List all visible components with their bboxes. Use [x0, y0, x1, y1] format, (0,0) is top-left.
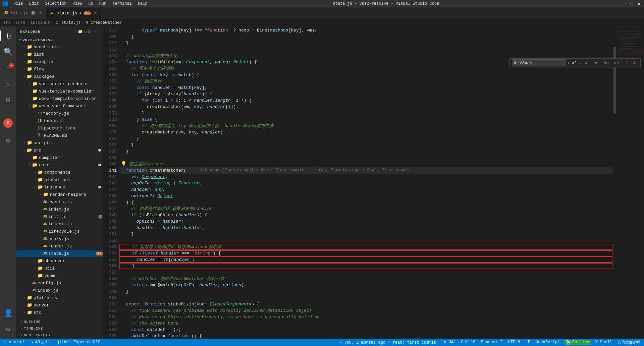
- encoding-indicator[interactable]: UTF-8: [507, 340, 522, 345]
- sidebar-item-flow[interactable]: › 📁 flow: [16, 65, 103, 73]
- menu-view[interactable]: View: [70, 1, 85, 7]
- activity-files[interactable]: ⎗: [0, 28, 16, 44]
- go-live-button[interactable]: 📡 Go Live: [564, 340, 591, 345]
- tab-init-js[interactable]: JS init.js 9 ×: [0, 7, 46, 19]
- sidebar-item-vue-server-renderer[interactable]: › 📁 vue-server-renderer: [16, 80, 103, 88]
- language-indicator[interactable]: JavaScript: [534, 340, 561, 345]
- close-button[interactable]: ✕: [637, 1, 641, 6]
- sidebar-item-global-api[interactable]: › 📁 global-api: [16, 176, 103, 183]
- sidebar-item-weex-template-compiler[interactable]: › 📁 weex-template-compiler: [16, 95, 103, 102]
- activity-accounts[interactable]: 👤: [0, 305, 16, 321]
- sidebar-item-util[interactable]: › 📁 util: [16, 265, 103, 272]
- timeline-panel[interactable]: › TIMELINE: [16, 325, 103, 332]
- menu-help[interactable]: Help: [135, 1, 150, 7]
- breadcrumb-symbol[interactable]: ⊕ createWatcher: [86, 20, 122, 25]
- spaces-indicator[interactable]: Spaces: 2: [480, 340, 504, 345]
- more-icon[interactable]: ···: [92, 29, 99, 34]
- sidebar-item-src-index-js[interactable]: JS index.js: [16, 287, 103, 294]
- menu-selection[interactable]: Selection: [42, 1, 69, 7]
- sidebar-item-inject-js[interactable]: JS inject.js: [16, 220, 103, 228]
- find-input[interactable]: [512, 59, 566, 66]
- sidebar-item-factory-js[interactable]: JS factory.js: [16, 110, 103, 117]
- menu-go[interactable]: Go: [86, 1, 96, 7]
- new-folder-icon[interactable]: 📁: [78, 29, 83, 34]
- sidebar-item-state-js[interactable]: JS state.js 9+: [16, 250, 103, 257]
- activity-run[interactable]: ▷: [0, 76, 16, 92]
- window-controls[interactable]: — □ ✕: [622, 1, 641, 6]
- sidebar-item-init-js[interactable]: JS init.js 9: [16, 213, 103, 220]
- csdn-plugin[interactable]: 合飞@知架桥: [616, 340, 641, 345]
- tab-active-close[interactable]: ×: [94, 10, 97, 16]
- breadcrumb-file[interactable]: 🗒 state.js: [55, 20, 81, 25]
- sidebar-item-readme[interactable]: M↓ README.md: [16, 132, 103, 139]
- tab-close[interactable]: ×: [39, 10, 42, 16]
- go-live-icon: 📡: [566, 340, 571, 345]
- eol-indicator[interactable]: LF: [524, 340, 532, 345]
- title-bar-menu[interactable]: File Edit Selection View Go Run Terminal…: [11, 1, 150, 7]
- menu-file[interactable]: File: [11, 1, 26, 7]
- sidebar-item-package-json[interactable]: {} package.json: [16, 124, 103, 132]
- sidebar-item-config-js[interactable]: JS config.js: [16, 279, 103, 287]
- spell-plugin[interactable]: Y Spell: [594, 340, 613, 345]
- sidebar-item-server[interactable]: › 📁 server: [16, 301, 103, 309]
- you-info[interactable]: ✓ You, 2 months ago • feat: first commit: [338, 340, 437, 345]
- tab-state-js[interactable]: JS state.js ● 9+ ×: [46, 7, 101, 19]
- sidebar-item-examples[interactable]: › 📁 examples: [16, 58, 103, 65]
- sidebar-item-compiler[interactable]: › 📁 compiler: [16, 154, 103, 161]
- sidebar-item-lifecycle-js[interactable]: JS lifecycle.js: [16, 228, 103, 235]
- git-express[interactable]: githd: Express Off: [55, 340, 102, 345]
- sidebar-item-proxy-js[interactable]: JS proxy.js: [16, 235, 103, 242]
- activity-source-control[interactable]: ⑂ ●: [0, 60, 16, 76]
- root-folder[interactable]: ▾ VUE2-RESOLVE: [16, 37, 103, 43]
- code-editor[interactable]: typeof methods[key] !== "function" ? noo…: [119, 26, 612, 339]
- sidebar-item-weex-vue-framework[interactable]: ▾ 📂 weex-vue-framework: [16, 102, 103, 110]
- find-next-button[interactable]: ▼: [592, 60, 600, 66]
- sidebar-item-dist[interactable]: › 📁 dist: [16, 51, 103, 58]
- find-close-button[interactable]: ✕: [631, 60, 638, 66]
- find-regex[interactable]: .*: [622, 60, 629, 66]
- menu-terminal[interactable]: Terminal: [110, 1, 135, 7]
- sidebar-item-instance-index-js[interactable]: JS index.js: [16, 206, 103, 213]
- sidebar-item-sfc[interactable]: › 📁 sfc: [16, 309, 103, 316]
- collapse-icon[interactable]: ⊟: [88, 29, 90, 34]
- scrollbar[interactable]: [612, 26, 617, 339]
- activity-search[interactable]: 🔍: [0, 44, 16, 60]
- cursor-position[interactable]: Ln 341 , Col 10: [440, 340, 477, 345]
- outline-panel[interactable]: › OUTLINE: [16, 319, 103, 325]
- find-whole-word[interactable]: ab: [612, 60, 621, 66]
- sidebar-item-render-js[interactable]: JS render.js: [16, 242, 103, 250]
- sidebar-item-render-helpers[interactable]: › 📁 render-helpers: [16, 191, 103, 198]
- menu-run[interactable]: Run: [97, 1, 109, 7]
- menu-edit[interactable]: Edit: [26, 1, 42, 7]
- sidebar-item-vue-template-compiler[interactable]: › 📁 vue-template-compiler: [16, 88, 103, 95]
- refresh-icon[interactable]: ↻: [84, 29, 87, 34]
- find-case-sensitive[interactable]: Aa: [601, 60, 611, 66]
- sidebar-item-weex-index-js[interactable]: JS index.js: [16, 117, 103, 124]
- sidebar-item-vdom[interactable]: › 📁 vdom: [16, 272, 103, 279]
- activity-extensions[interactable]: ⊞: [0, 92, 16, 108]
- new-file-icon[interactable]: +: [74, 29, 76, 34]
- sidebar-item-events-js[interactable]: JS events.js: [16, 198, 103, 206]
- scroll-thumb[interactable]: [613, 47, 616, 114]
- sidebar-item-instance[interactable]: ▾ 📂 instance: [16, 183, 103, 191]
- find-prev-button[interactable]: ▲: [582, 60, 590, 66]
- sidebar-item-platforms[interactable]: › 📁 platforms: [16, 294, 103, 301]
- sidebar-item-core[interactable]: ▾ 📂 core: [16, 161, 103, 169]
- minimize-button[interactable]: —: [622, 1, 627, 6]
- activity-remote[interactable]: ⊛: [0, 132, 16, 149]
- sidebar-item-packages[interactable]: ▾ 📂 packages: [16, 73, 103, 80]
- breadcrumb-src[interactable]: src: [3, 20, 11, 25]
- activity-settings[interactable]: ⚙: [0, 321, 16, 337]
- sidebar-item-observer[interactable]: › 📁 observer: [16, 257, 103, 265]
- activity-avatar[interactable]: C: [0, 115, 16, 131]
- sidebar-item-src[interactable]: ▾ 📂 src: [16, 147, 103, 154]
- sidebar-item-components[interactable]: › 📁 components: [16, 169, 103, 176]
- errors-count[interactable]: ✕ 40 ⚠ 11: [30, 340, 51, 345]
- sidebar-item-benchmarks[interactable]: › 📁 benchmarks: [16, 43, 103, 51]
- git-branch[interactable]: ⑂ master*: [3, 340, 26, 345]
- breadcrumb-instance[interactable]: instance: [31, 20, 50, 25]
- breadcrumb-core[interactable]: core: [16, 20, 25, 25]
- sidebar-item-scripts[interactable]: › 📁 scripts: [16, 139, 103, 147]
- npm-scripts-panel[interactable]: › NPM SCRIPTS: [16, 332, 103, 339]
- maximize-button[interactable]: □: [629, 1, 634, 6]
